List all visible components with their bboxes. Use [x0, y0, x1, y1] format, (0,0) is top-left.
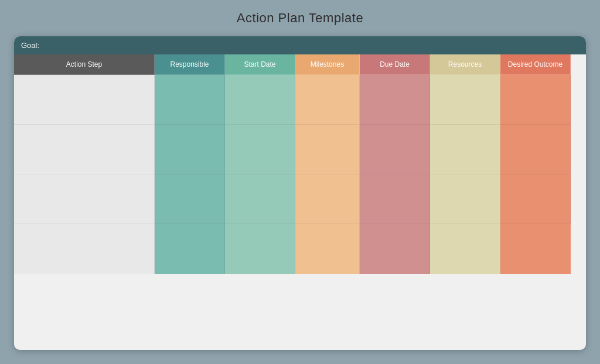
header-responsible: Responsible	[155, 54, 225, 75]
cell-row4-resources[interactable]	[430, 224, 500, 274]
cell-row1-action-step[interactable]	[14, 75, 155, 125]
header-action-step: Action Step	[14, 54, 155, 75]
cell-row1-due-date[interactable]	[360, 75, 430, 125]
header-start-date: Start Date	[225, 54, 295, 75]
cell-row3-responsible[interactable]	[155, 174, 225, 224]
cell-row3-desired-outcome[interactable]	[500, 174, 571, 224]
cell-row4-action-step[interactable]	[14, 224, 155, 274]
cell-row4-due-date[interactable]	[360, 224, 430, 274]
cell-row2-due-date[interactable]	[360, 125, 430, 174]
cell-row2-responsible[interactable]	[155, 125, 225, 174]
header-desired-outcome: Desired Outcome	[500, 54, 571, 75]
cell-row4-milestones[interactable]	[295, 224, 360, 274]
cell-row3-resources[interactable]	[430, 174, 500, 224]
cell-row1-resources[interactable]	[430, 75, 500, 125]
cell-row3-start-date[interactable]	[225, 174, 295, 224]
cell-row2-desired-outcome[interactable]	[500, 125, 571, 174]
cell-row2-milestones[interactable]	[295, 125, 360, 174]
cell-row1-start-date[interactable]	[225, 75, 295, 125]
table-container: Goal: Action StepResponsibleStart DateMi…	[14, 36, 586, 350]
goal-label: Goal:	[21, 41, 39, 50]
cell-row1-desired-outcome[interactable]	[500, 75, 571, 125]
cell-row4-responsible[interactable]	[155, 224, 225, 274]
cell-row4-desired-outcome[interactable]	[500, 224, 571, 274]
cell-row1-responsible[interactable]	[155, 75, 225, 125]
header-resources: Resources	[430, 54, 500, 75]
cell-row3-milestones[interactable]	[295, 174, 360, 224]
cell-row2-resources[interactable]	[430, 125, 500, 174]
goal-bar: Goal:	[14, 36, 586, 54]
cell-row3-due-date[interactable]	[360, 174, 430, 224]
header-milestones: Milestones	[295, 54, 360, 75]
header-due-date: Due Date	[360, 54, 430, 75]
cell-row2-start-date[interactable]	[225, 125, 295, 174]
cell-row3-action-step[interactable]	[14, 174, 155, 224]
page-title: Action Plan Template	[237, 11, 363, 26]
page-wrapper: Action Plan Template Goal: Action StepRe…	[0, 0, 600, 364]
cell-row2-action-step[interactable]	[14, 125, 155, 174]
cell-row1-milestones[interactable]	[295, 75, 360, 125]
table-grid: Action StepResponsibleStart DateMileston…	[14, 54, 586, 274]
cell-row4-start-date[interactable]	[225, 224, 295, 274]
